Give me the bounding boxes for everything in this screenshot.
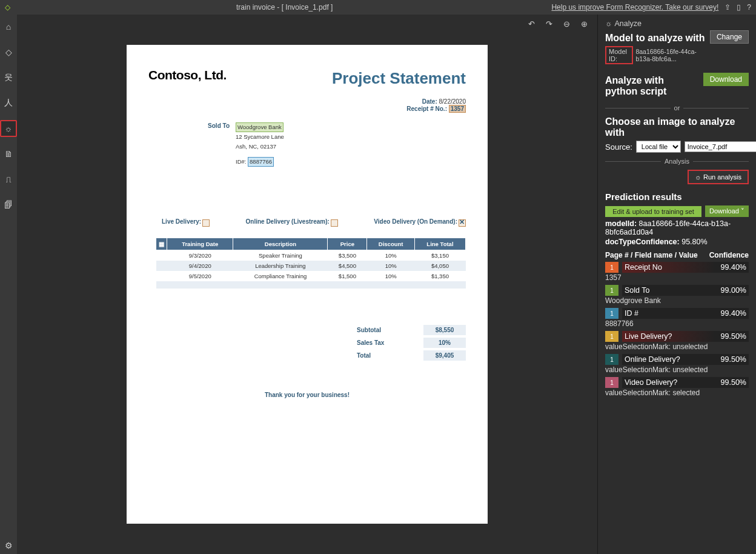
tax-value: 10% [423, 338, 466, 348]
modelid-key: modelId: [605, 219, 637, 228]
home-icon[interactable]: ⌂ [0, 18, 17, 35]
doctype-val: 95.80% [681, 238, 707, 246]
online-delivery-checkbox [331, 219, 338, 227]
analyze-heading: ☼Analyze [605, 19, 749, 28]
result-row[interactable]: 1Sold To99.00%Woodgrove Bank [605, 285, 749, 307]
source-select[interactable]: Local file [636, 141, 681, 153]
analysis-divider: Analysis [605, 158, 749, 165]
download-results-button[interactable]: Download ˅ [705, 205, 749, 217]
zoom-out-icon[interactable]: ⊖ [563, 19, 570, 28]
receipt-value: 1357 [449, 105, 466, 113]
download-script-button[interactable]: Download [703, 73, 749, 86]
zoom-in-icon[interactable]: ⊕ [581, 19, 588, 28]
result-row[interactable]: 1ID #99.40%8887766 [605, 308, 749, 330]
result-row[interactable]: 1Video Delivery?99.50%valueSelectionMark… [605, 377, 749, 399]
redo-icon[interactable]: ↷ [546, 19, 552, 28]
tax-label: Sales Tax [357, 339, 384, 346]
result-value: 8887766 [605, 319, 749, 330]
topbar: ◇ train invoice - [ Invoice_1.pdf ] Help… [0, 0, 756, 15]
tag-icon[interactable]: ◇ [0, 44, 17, 61]
model-id-label: Model ID: [605, 46, 633, 64]
choose-heading: Choose an image to analyze with [605, 116, 749, 138]
result-page-tag: 1 [605, 354, 618, 365]
share-icon[interactable]: ⇪ [724, 3, 731, 12]
result-value: valueSelectionMark: unselected [605, 342, 749, 353]
document-viewer: ↶ ↷ ⊖ ⊕ Contoso, Ltd. Project Statement … [17, 15, 597, 554]
result-field-name: Video Delivery? [622, 377, 715, 388]
edit-upload-button[interactable]: Edit & upload to training set [605, 206, 701, 217]
results-list: 1Receipt No99.40%13571Sold To99.00%Woodg… [605, 262, 749, 399]
subtotal-value: $8,550 [423, 325, 466, 335]
soldto-name: Woodgrove Bank [236, 122, 284, 132]
table-row: 9/4/2020Leadership Training$4,50010%$4,0… [156, 261, 466, 271]
result-page-tag: 1 [605, 262, 618, 273]
result-field-name: Sold To [622, 285, 715, 296]
lightbulb-icon: ☼ [695, 173, 701, 181]
table-corner: ▦ [156, 238, 167, 250]
survey-link[interactable]: Help us improve Form Recognizer. Take ou… [551, 3, 718, 12]
date-value: 8/22/2020 [439, 98, 466, 105]
compose-icon[interactable]: 人 [0, 95, 17, 112]
totals-block: Subtotal$8,550 Sales Tax10% Total$9,405 [357, 325, 466, 363]
settings-icon[interactable]: ⚙ [0, 537, 17, 554]
delivery-options: Live Delivery: Online Delivery (Livestre… [162, 218, 466, 225]
th-price: Price [328, 238, 367, 250]
table-row [156, 281, 466, 289]
people-icon[interactable]: 웃 [0, 69, 17, 86]
help-icon[interactable]: ? [747, 3, 751, 12]
result-field-name: Online Delivery? [622, 354, 715, 365]
online-delivery-label: Online Delivery (Livestream): [246, 218, 330, 225]
address-block: Woodgrove Bank 12 Sycamore Lane Ash, NC,… [236, 122, 284, 167]
result-value: Woodgrove Bank [605, 296, 749, 307]
total-label: Total [357, 352, 371, 359]
th-date: Training Date [167, 238, 233, 250]
total-value: $9,405 [423, 350, 466, 361]
run-analysis-button[interactable]: ☼Run analysis [688, 170, 749, 184]
result-value: valueSelectionMark: selected [605, 388, 749, 399]
invoice-page: Contoso, Ltd. Project Statement Date: 8/… [127, 45, 488, 524]
result-page-tag: 1 [605, 285, 618, 296]
source-label: Source: [605, 142, 632, 152]
results-head-left: Page # / Field name / Value [605, 251, 698, 259]
nav-sidebar: ⌂ ◇ 웃 人 ☼ 🗎 ⎍ 🗐 ⚙ [0, 15, 17, 554]
result-field-name: ID # [622, 308, 715, 319]
result-confidence: 99.40% [715, 308, 749, 319]
python-heading: Analyze with python script [605, 75, 696, 97]
invoice-meta: Date: 8/22/2020 Receipt # No.: 1357 [406, 98, 466, 113]
invoice-table: ▦ Training Date Description Price Discou… [156, 238, 466, 289]
prediction-heading: Prediction results [605, 192, 749, 202]
results-header: Page # / Field name / Value Confidence [605, 251, 749, 259]
addr-line2: Ash, NC, 02137 [236, 142, 284, 151]
table-row: 9/5/2020Compliance Training$1,50010%$1,3… [156, 271, 466, 281]
addr-line1: 12 Sycamore Lane [236, 133, 284, 141]
plug-icon[interactable]: ⎍ [0, 171, 17, 188]
result-page-tag: 1 [605, 331, 618, 342]
result-row[interactable]: 1Receipt No99.40%1357 [605, 262, 749, 284]
result-confidence: 99.50% [715, 377, 749, 388]
result-row[interactable]: 1Live Delivery?99.50%valueSelectionMark:… [605, 331, 749, 353]
page-icon[interactable]: 🗐 [0, 196, 17, 213]
result-field-name: Live Delivery? [622, 331, 715, 342]
result-value: valueSelectionMark: unselected [605, 365, 749, 376]
doctype-key: docTypeConfidence: [605, 238, 680, 246]
date-label: Date: [422, 98, 437, 105]
result-confidence: 99.50% [715, 331, 749, 342]
lightbulb-icon: ☼ [605, 19, 612, 28]
table-row: 9/3/2020Speaker Training$3,50010%$3,150 [156, 250, 466, 261]
result-confidence: 99.40% [715, 262, 749, 273]
undo-icon[interactable]: ↶ [528, 19, 535, 28]
change-button[interactable]: Change [710, 30, 749, 44]
page-title: Project Statement [332, 69, 466, 88]
soldto-label: Sold To [199, 122, 230, 129]
source-file-input[interactable] [685, 141, 756, 152]
doc-icon[interactable]: 🗎 [0, 145, 17, 162]
info-icon[interactable]: ▯ [737, 3, 741, 12]
result-confidence: 99.00% [715, 285, 749, 296]
result-confidence: 99.50% [715, 354, 749, 365]
video-delivery-label: Video Delivery (On Demand): [374, 218, 457, 225]
result-row[interactable]: 1Online Delivery?99.50%valueSelectionMar… [605, 354, 749, 376]
analyze-icon[interactable]: ☼ [0, 120, 17, 137]
th-total: Line Total [414, 238, 465, 250]
result-value: 1357 [605, 273, 749, 284]
model-id-value: 8aa16866-16fe-44ca-b13a-8bfc6a... [635, 48, 710, 62]
